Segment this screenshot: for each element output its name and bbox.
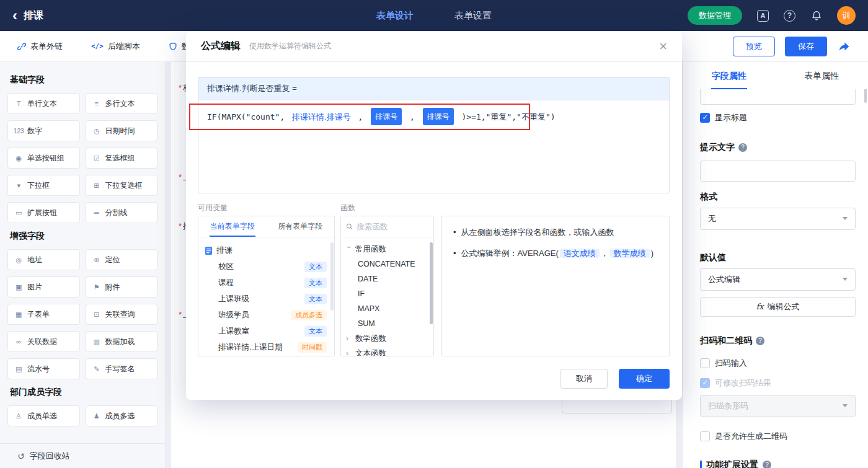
field-chip-lookup-query[interactable]: ⊡关联查询	[86, 304, 158, 325]
variable-row[interactable]: 校区文本	[205, 258, 332, 275]
tab-field-properties[interactable]: 字段属性	[683, 62, 776, 89]
allow-qr-checkbox[interactable]	[700, 431, 710, 441]
extension-settings-label: 功能扩展设置 ?	[700, 459, 856, 468]
field-token[interactable]: 排课号	[423, 108, 454, 125]
share-icon[interactable]	[837, 40, 851, 53]
checkbox-icon: ☑	[91, 154, 102, 162]
variable-row[interactable]: 班级学员成员多选	[205, 307, 332, 323]
function-item[interactable]: MAPX	[346, 301, 431, 316]
function-item[interactable]: DATE	[346, 272, 431, 286]
type-badge: 时间戳	[298, 342, 327, 353]
field-chip-dropdown[interactable]: ▾下拉框	[7, 175, 80, 196]
scrollbar-thumb[interactable]	[430, 242, 433, 324]
default-value-select[interactable]: 公式编辑	[700, 268, 856, 291]
scrollbar-thumb[interactable]	[330, 242, 334, 311]
field-token[interactable]: 排课号	[371, 108, 402, 125]
format-select[interactable]: 无	[700, 208, 856, 230]
edit-formula-button[interactable]: fx 编辑公式	[700, 297, 856, 317]
data-manage-button[interactable]: 数据管理	[688, 6, 742, 25]
field-chip-location[interactable]: ⊕定位	[86, 249, 158, 270]
field-chip-multi-line-text[interactable]: ≡多行文本	[86, 93, 158, 114]
translate-icon[interactable]: A	[757, 10, 769, 22]
function-item[interactable]: SUM	[346, 316, 431, 331]
function-group-math[interactable]: ›数学函数	[346, 331, 431, 346]
formula-editor[interactable]: IF(MAPX("count", 排课详情.排课号 , 排课号 , 排课号 )>…	[198, 100, 669, 133]
format-label: 格式	[700, 192, 856, 203]
hint-text-input[interactable]	[700, 161, 856, 182]
enhanced-fields-grid: ◎地址 ⊕定位 ▣图片 ⚑附件 ▦子表单 ⊡关联查询 ∞关联数据 ▥数据加载 ▤…	[7, 249, 157, 379]
help-icon[interactable]: ?	[784, 10, 795, 22]
field-ref-token[interactable]: 排课详情.排课号	[292, 112, 351, 121]
field-chip-subform[interactable]: ▦子表单	[7, 304, 80, 325]
formula-text: IF(MAPX("count",	[207, 112, 290, 121]
function-search-input[interactable]	[356, 223, 428, 231]
example-field-token: 数学成绩	[610, 249, 650, 258]
link-icon	[17, 42, 26, 51]
close-icon[interactable]: ×	[659, 40, 667, 53]
single-line-text-icon: T	[13, 100, 24, 107]
shield-icon	[169, 42, 177, 51]
hint-text-label: 提示文字 ?	[700, 142, 856, 153]
recycle-icon: ↺	[17, 451, 25, 461]
tab-form-properties[interactable]: 表单属性	[776, 62, 868, 89]
modal-subtitle: 使用数学运算符编辑公式	[249, 41, 331, 51]
field-chip-number[interactable]: 123数字	[7, 120, 80, 141]
field-chip-radio-group[interactable]: ◉单选按钮组	[7, 148, 80, 169]
form-external-link-item[interactable]: 表单外链	[17, 41, 63, 52]
scan-input-checkbox[interactable]	[700, 358, 710, 368]
variable-row[interactable]: 排课详情.上课日期时间戳	[205, 339, 332, 355]
form-root-node[interactable]: 排课	[205, 242, 332, 258]
field-chip-address[interactable]: ◎地址	[7, 249, 80, 270]
question-icon[interactable]: ?	[763, 461, 771, 468]
tab-current-form-fields[interactable]: 当前表单字段	[198, 216, 267, 237]
field-chip-extend-button[interactable]: ▭扩展按钮	[7, 202, 80, 223]
field-chip-datetime[interactable]: ◷日期时间	[86, 120, 158, 141]
field-chip-signature[interactable]: ✎手写签名	[86, 358, 158, 379]
function-group-text[interactable]: ›文本函数	[346, 346, 431, 356]
chevron-down-icon: ›	[345, 246, 353, 252]
field-chip-member-single[interactable]: ♙成员单选	[7, 405, 80, 426]
related-data-icon: ∞	[13, 338, 24, 345]
variable-row[interactable]: 上课班级文本	[205, 291, 332, 307]
field-chip-member-multi[interactable]: ♟成员多选	[86, 405, 158, 426]
tab-form-settings[interactable]: 表单设置	[454, 10, 492, 22]
preview-button[interactable]: 预览	[733, 37, 775, 56]
field-recycle-bin[interactable]: ↺ 字段回收站	[0, 443, 165, 468]
field-chip-multi-dropdown[interactable]: ⊞下拉复选框	[86, 175, 158, 196]
member-single-icon: ♙	[13, 412, 24, 420]
function-item[interactable]: IF	[346, 286, 431, 301]
backend-script-item[interactable]: </> 后端脚本	[91, 41, 140, 52]
save-button[interactable]: 保存	[785, 37, 827, 56]
barcode-select[interactable]: 扫描条形码	[700, 395, 856, 417]
field-library-sidebar: 基础字段 T单行文本 ≡多行文本 123数字 ◷日期时间 ◉单选按钮组 ☑复选框…	[0, 62, 166, 468]
show-title-checkbox[interactable]: ✓	[700, 113, 710, 123]
field-chip-data-load[interactable]: ▥数据加载	[86, 331, 158, 352]
question-icon[interactable]: ?	[756, 337, 764, 345]
function-group-common[interactable]: ›常用函数	[346, 242, 431, 257]
variable-row[interactable]: 上课教室文本	[205, 323, 332, 339]
field-chip-related-data[interactable]: ∞关联数据	[7, 331, 80, 352]
field-chip-attachment[interactable]: ⚑附件	[86, 276, 158, 298]
tab-form-design[interactable]: 表单设计	[376, 10, 414, 22]
confirm-button[interactable]: 确定	[619, 369, 670, 389]
field-chip-checkbox-group[interactable]: ☑复选框组	[86, 148, 158, 169]
cancel-button[interactable]: 取消	[560, 369, 608, 389]
question-icon[interactable]: ?	[738, 143, 747, 152]
tab-all-form-fields[interactable]: 所有表单字段	[267, 216, 335, 237]
formula-edit-modal: 公式编辑 使用数学运算符编辑公式 × 排课详情.判断是否重复 = IF(MAPX…	[186, 31, 682, 400]
field-chip-divider[interactable]: ═分割线	[86, 202, 158, 223]
field-chip-single-line-text[interactable]: T单行文本	[7, 93, 80, 114]
formula-target: 排课详情.判断是否重复 =	[198, 77, 669, 100]
field-chip-image[interactable]: ▣图片	[7, 276, 80, 298]
functions-panel: ›常用函数 CONCATENATE DATE IF MAPX SUM ›数学函数…	[340, 216, 434, 356]
variable-row[interactable]: 课程文本	[205, 275, 332, 291]
avatar[interactable]: 训	[837, 6, 856, 25]
bell-icon[interactable]	[810, 10, 822, 22]
function-item[interactable]: CONCATENATE	[346, 257, 431, 272]
field-chip-serial-number[interactable]: ▤流水号	[7, 358, 80, 379]
title-input[interactable]	[700, 89, 856, 105]
app-title: 排课	[24, 9, 43, 22]
basic-fields-grid: T单行文本 ≡多行文本 123数字 ◷日期时间 ◉单选按钮组 ☑复选框组 ▾下拉…	[7, 93, 157, 223]
back-icon[interactable]: ‹	[12, 8, 17, 23]
modify-scan-checkbox[interactable]: ✓	[700, 378, 710, 388]
